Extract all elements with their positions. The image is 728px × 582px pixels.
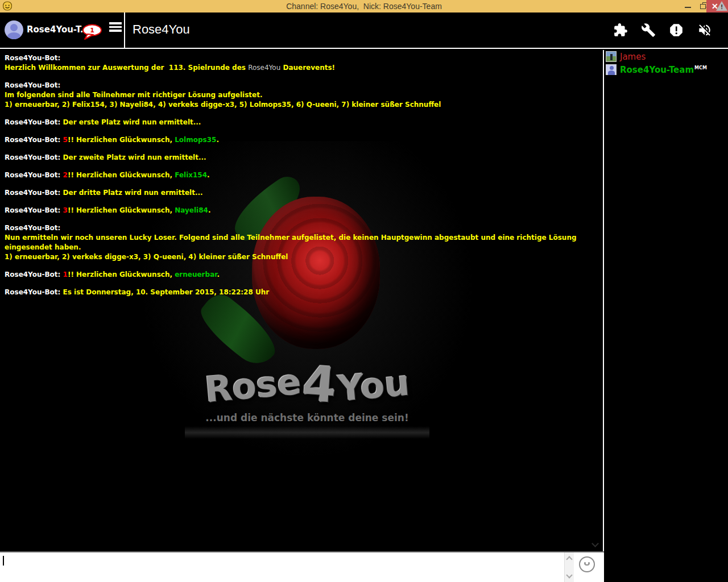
chat-message: Rose4You-Bot: 3!! Herzlichen Glückwunsch… <box>5 206 577 215</box>
user-nickname[interactable]: Rose4You-TeamMCM <box>620 65 707 75</box>
chat-area: Rose4You ...und die nächste könnte deine… <box>0 50 603 551</box>
titlebar: Channel: Rose4You, Nick: Rose4You-Team ✕… <box>0 0 728 13</box>
message-input[interactable] <box>0 552 564 582</box>
chat-message: Rose4You-Bot: 1!! Herzlichen Glückwunsch… <box>5 270 577 280</box>
menu-hamburger-icon[interactable] <box>109 22 122 32</box>
chat-message: Rose4You-Bot: 5!! Herzlichen Glückwunsch… <box>5 135 577 145</box>
user-rank-badge: MCM <box>694 65 707 70</box>
app-header: Rose4You-T... 1 Rose4You <box>0 13 728 49</box>
user-photo-avatar <box>606 51 617 62</box>
warning-triangle-icon[interactable]: ! <box>716 1 727 11</box>
svg-text:1: 1 <box>90 27 94 34</box>
input-scrollbar[interactable] <box>564 552 574 582</box>
chat-message: Rose4You-Bot:Im folgenden sind alle Teil… <box>5 81 577 110</box>
user-nickname[interactable]: James <box>620 52 646 62</box>
chat-message: Rose4You-Bot: Der zweite Platz wird nun … <box>5 153 577 163</box>
scroll-down-icon[interactable] <box>566 572 572 578</box>
settings-wrench-icon[interactable] <box>641 23 656 38</box>
user-list-item[interactable]: Rose4You-TeamMCM <box>604 64 728 76</box>
chat-message: Rose4You-Bot: 2!! Herzlichen Glückwunsch… <box>5 171 577 180</box>
smiley-picker-button[interactable] <box>579 556 595 572</box>
sidebar-divider <box>603 50 604 582</box>
alert-octagon-icon[interactable] <box>669 23 684 38</box>
unread-message-bubble-icon[interactable]: 1 <box>81 24 105 41</box>
window-title: Channel: Rose4You, Nick: Rose4You-Team <box>0 0 728 13</box>
chat-message: Rose4You-Bot: Der dritte Platz wird nun … <box>5 188 577 198</box>
chat-message: Rose4You-Bot: Der erste Platz wird nun e… <box>5 118 577 127</box>
text-caret <box>3 556 4 566</box>
user-list: JamesRose4You-TeamMCM <box>604 50 728 582</box>
channel-title: Rose4You <box>133 22 190 37</box>
input-bar <box>0 551 604 582</box>
chat-message: Rose4You-Bot: Es ist Donnerstag, 10. Sep… <box>5 288 577 297</box>
scroll-up-icon[interactable] <box>566 556 572 562</box>
user-person-avatar <box>606 64 617 75</box>
chat-messages: Rose4You-Bot:Herzlich Willkommen zur Aus… <box>5 53 577 305</box>
header-divider <box>124 13 125 48</box>
sound-muted-icon[interactable] <box>697 23 712 38</box>
user-list-item[interactable]: James <box>604 51 728 63</box>
logo-tagline: ...und die nächste könnte deine sein! <box>173 412 441 423</box>
rose4you-logo: Rose4You <box>173 352 441 409</box>
apps-puzzle-icon[interactable] <box>613 23 628 38</box>
chat-message: Rose4You-Bot:Herzlich Willkommen zur Aus… <box>5 53 577 73</box>
chat-message: Rose4You-Bot:Nun ermitteln wir noch unse… <box>5 223 577 262</box>
own-avatar[interactable] <box>5 20 23 39</box>
minimize-button[interactable] <box>680 0 696 13</box>
